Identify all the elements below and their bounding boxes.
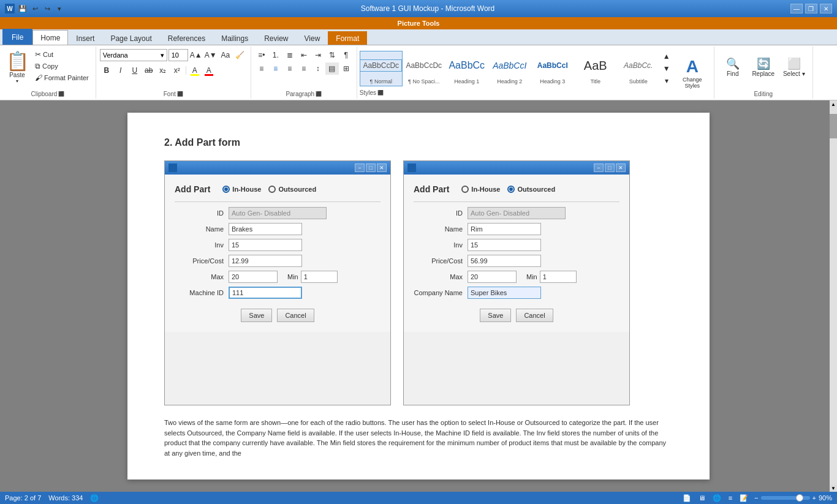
tab-format[interactable]: Format — [328, 31, 367, 45]
radio-outsourced-inhouse-label[interactable]: Outsourced — [268, 186, 316, 193]
close-button[interactable]: ✕ — [820, 4, 832, 13]
sort-button[interactable]: ⇅ — [325, 49, 339, 61]
zoom-slider-thumb[interactable] — [796, 494, 803, 502]
style-subtitle[interactable]: AaBbCc. Subtitle — [617, 51, 660, 86]
form-outsourced-inv-input[interactable] — [468, 239, 541, 251]
cut-button[interactable]: ✂ Cut — [32, 49, 92, 60]
form-inhouse-price-input[interactable] — [229, 255, 302, 267]
form-outsourced-name-input[interactable] — [468, 223, 541, 235]
view-draft-button[interactable]: 📝 — [738, 494, 749, 502]
radio-inhouse-out-label[interactable]: In-House — [461, 186, 500, 193]
multilevel-list-button[interactable]: ≣ — [283, 49, 297, 61]
minimize-button[interactable]: — — [790, 4, 803, 13]
customize-qa-button[interactable]: ▾ — [54, 3, 65, 14]
save-qa-button[interactable]: 💾 — [17, 3, 28, 14]
tab-file[interactable]: File — [2, 29, 32, 45]
form-inhouse-inv-input[interactable] — [229, 239, 302, 251]
form-inhouse-close[interactable]: ✕ — [377, 164, 387, 172]
radio-outsourced-out-label[interactable]: Outsourced — [507, 186, 555, 193]
radio-inhouse-circle[interactable] — [222, 186, 230, 193]
form-inhouse-name-input[interactable] — [229, 223, 302, 235]
bold-button[interactable]: B — [100, 64, 113, 77]
bullets-button[interactable]: ≡• — [255, 49, 268, 61]
view-fullscreen-button[interactable]: 🖥 — [697, 494, 706, 502]
align-right-button[interactable]: ≡ — [283, 62, 297, 75]
style-heading1[interactable]: AaBbCc Heading 1 — [445, 51, 488, 86]
font-expand-icon[interactable]: ⬛ — [177, 91, 183, 97]
decrease-indent-button[interactable]: ⇤ — [297, 49, 311, 61]
scrollbar-vertical[interactable]: ▲ ▼ — [830, 100, 837, 492]
styles-scroll-up[interactable]: ▲ — [660, 50, 673, 62]
italic-button[interactable]: I — [114, 64, 127, 77]
style-no-spacing[interactable]: AaBbCcDc ¶ No Spaci... — [403, 51, 445, 86]
form-outsourced-price-input[interactable] — [468, 255, 541, 267]
underline-button[interactable]: U — [128, 64, 142, 77]
form-outsourced-maximize[interactable]: □ — [605, 164, 615, 172]
font-size-input[interactable]: 10 — [169, 49, 188, 61]
tab-references[interactable]: References — [160, 31, 213, 45]
form-inhouse-minimize[interactable]: − — [355, 164, 365, 172]
zoom-slider-track[interactable] — [761, 496, 810, 500]
scroll-up-arrow[interactable]: ▲ — [830, 100, 837, 108]
tab-review[interactable]: Review — [256, 31, 296, 45]
font-size-increase-button[interactable]: A▲ — [189, 49, 203, 61]
tab-insert[interactable]: Insert — [68, 31, 102, 45]
zoom-in-button[interactable]: + — [812, 494, 816, 502]
align-left-button[interactable]: ≡ — [255, 62, 268, 75]
form-inhouse-min-input[interactable] — [301, 271, 338, 283]
maximize-button[interactable]: ❐ — [805, 4, 817, 13]
styles-expand-icon[interactable]: ⬛ — [377, 90, 384, 96]
radio-outsourced-out-circle[interactable] — [507, 186, 515, 193]
shading-button[interactable]: ▤ — [325, 62, 339, 75]
numbering-button[interactable]: 1. — [269, 49, 282, 61]
format-painter-button[interactable]: 🖌 Format Painter — [32, 72, 92, 83]
align-center-button[interactable]: ≡ — [269, 62, 282, 75]
view-outline-button[interactable]: ≡ — [727, 494, 733, 502]
font-name-selector[interactable]: Verdana ▾ — [100, 49, 167, 61]
form-outsourced-company-input[interactable] — [468, 287, 541, 299]
form-outsourced-minimize[interactable]: − — [594, 164, 604, 172]
redo-qa-button[interactable]: ↪ — [42, 3, 53, 14]
form-inhouse-machineid-input[interactable] — [229, 287, 302, 299]
tab-view[interactable]: View — [297, 31, 328, 45]
find-button[interactable]: 🔍 Find — [718, 49, 748, 85]
form-outsourced-cancel-button[interactable]: Cancel — [516, 309, 553, 322]
view-print-button[interactable]: 📄 — [681, 494, 692, 502]
zoom-out-button[interactable]: − — [754, 494, 758, 502]
radio-outsourced-inhouse-circle[interactable] — [268, 186, 276, 193]
scroll-down-arrow[interactable]: ▼ — [830, 484, 837, 492]
view-web-button[interactable]: 🌐 — [711, 494, 722, 502]
form-outsourced-min-input[interactable] — [540, 271, 577, 283]
clear-formatting-button[interactable]: 🧹 — [233, 49, 247, 61]
justify-button[interactable]: ≡ — [297, 62, 311, 75]
styles-more[interactable]: ▾ — [660, 75, 673, 87]
undo-qa-button[interactable]: ↩ — [29, 3, 40, 14]
copy-button[interactable]: ⧉ Copy — [32, 61, 92, 72]
paragraph-expand-icon[interactable]: ⬛ — [316, 91, 322, 97]
form-outsourced-close[interactable]: ✕ — [616, 164, 626, 172]
style-heading3[interactable]: AaBbCcI Heading 3 — [531, 51, 574, 86]
form-inhouse-save-button[interactable]: Save — [241, 309, 272, 322]
superscript-button[interactable]: x² — [170, 64, 184, 77]
form-inhouse-id-input[interactable] — [229, 207, 327, 219]
tab-page-layout[interactable]: Page Layout — [102, 31, 159, 45]
radio-inhouse-label[interactable]: In-House — [222, 186, 261, 193]
style-title[interactable]: AaB Title — [574, 51, 617, 86]
tab-mailings[interactable]: Mailings — [213, 31, 256, 45]
borders-button[interactable]: ⊞ — [339, 62, 353, 75]
change-case-button[interactable]: Aa — [219, 49, 232, 61]
form-inhouse-max-input[interactable] — [229, 271, 278, 283]
change-styles-button[interactable]: A Change Styles — [677, 51, 708, 94]
form-inhouse-cancel-button[interactable]: Cancel — [277, 309, 314, 322]
form-outsourced-max-input[interactable] — [468, 271, 517, 283]
tab-home[interactable]: Home — [32, 30, 68, 45]
subscript-button[interactable]: x₂ — [156, 64, 170, 77]
increase-indent-button[interactable]: ⇥ — [311, 49, 325, 61]
strikethrough-button[interactable]: ab — [142, 64, 156, 77]
radio-inhouse-out-circle[interactable] — [461, 186, 469, 193]
form-inhouse-maximize[interactable]: □ — [366, 164, 376, 172]
text-highlight-button[interactable]: A — [188, 64, 202, 77]
scroll-thumb[interactable] — [830, 114, 837, 138]
styles-scroll-down[interactable]: ▼ — [660, 62, 673, 75]
clipboard-expand-icon[interactable]: ⬛ — [58, 91, 64, 97]
